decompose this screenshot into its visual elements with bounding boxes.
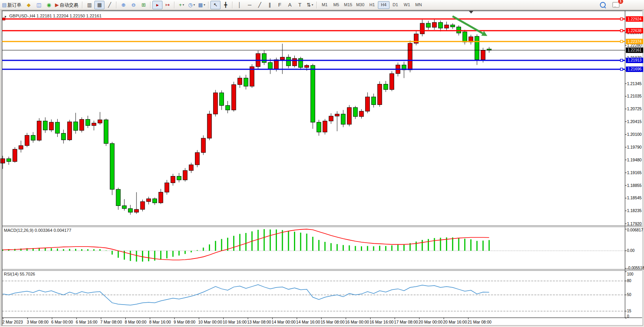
- date-label: 9 Mar 08:00: [174, 320, 195, 324]
- candle-body: [420, 23, 424, 34]
- periods-button[interactable]: ◷▾: [186, 1, 196, 9]
- candle-body: [61, 133, 66, 140]
- toolbar-right-group: 1: [598, 1, 621, 9]
- zoom-out-icon: ⊖: [132, 2, 136, 7]
- candle-body: [463, 32, 467, 42]
- price-line-label: 1.22161: [627, 48, 642, 52]
- date-label: 10 Mar 00:00: [198, 320, 222, 324]
- line-anchor-marker[interactable]: [620, 59, 623, 62]
- candle-body: [341, 114, 345, 124]
- date-label: 14 Mar 00:00: [272, 320, 296, 324]
- new-order-button[interactable]: ▤新订单: [1, 1, 24, 9]
- candle-body: [353, 108, 357, 116]
- candle-body: [195, 152, 200, 165]
- timeframe-mn-button[interactable]: MN: [413, 1, 424, 9]
- toolbar-separator: [150, 2, 151, 9]
- chevron-down-icon: ▾: [203, 3, 205, 7]
- chart-bars-button[interactable]: ▥: [84, 1, 94, 9]
- price-line-label: 1.21913: [627, 58, 642, 62]
- cursor-button[interactable]: ↖: [210, 1, 220, 9]
- text-button[interactable]: A: [285, 1, 295, 9]
- search-button[interactable]: [598, 1, 608, 9]
- date-label: 14 Mar 16:00: [296, 320, 320, 324]
- line-anchor-marker[interactable]: [620, 68, 623, 70]
- crosshair-button[interactable]: ╋: [220, 1, 231, 9]
- equidistant-channel-button[interactable]: ∥: [265, 1, 275, 9]
- timeframe-w1-button[interactable]: W1: [401, 1, 413, 9]
- notifications-button[interactable]: 1: [611, 1, 621, 9]
- line-anchor-marker[interactable]: [620, 29, 623, 32]
- price-tick-label: 1.20100: [627, 132, 642, 137]
- timeframe-m15-button[interactable]: M15: [342, 1, 354, 9]
- arrows-button[interactable]: ⇅▾: [305, 1, 315, 9]
- rsi-tick-label: 100: [627, 272, 634, 276]
- price-tick-label: 1.20725: [627, 106, 642, 111]
- quotes-icon-icon: ◆: [27, 2, 31, 7]
- auto-trading-button[interactable]: ▶自动交易: [54, 1, 80, 9]
- auto-trading-button-label: 自动交易: [60, 3, 78, 7]
- line-anchor-marker[interactable]: [620, 18, 623, 20]
- chart-shift-button[interactable]: ↦: [162, 1, 173, 9]
- templates-button[interactable]: ▩▾: [196, 1, 207, 9]
- chart-candles-button[interactable]: ▦: [94, 1, 104, 9]
- candle-body: [13, 149, 17, 162]
- candle-body: [359, 111, 364, 116]
- navigator-button[interactable]: ◫: [34, 1, 44, 9]
- signals-button[interactable]: ◉: [44, 1, 54, 9]
- candle-body: [214, 93, 218, 114]
- date-label: 8 Mar 16:00: [149, 320, 171, 324]
- horizontal-line-button[interactable]: ─: [244, 1, 255, 9]
- auto-scroll-button[interactable]: ▸: [152, 1, 162, 9]
- candle-body: [86, 119, 90, 125]
- line-anchor-marker[interactable]: [620, 40, 623, 43]
- timeframe-group: M1M5M15M30H1H4D1W1MN: [319, 1, 424, 9]
- timeframe-m1-button[interactable]: M1: [319, 1, 330, 9]
- candle-body: [432, 22, 437, 27]
- candle-body: [384, 84, 388, 90]
- trendline-button[interactable]: ╱: [255, 1, 265, 9]
- toolbar-separator: [208, 2, 209, 9]
- label-button[interactable]: T: [295, 1, 305, 9]
- indicators-button[interactable]: +▾: [176, 1, 186, 9]
- candle-body: [329, 116, 333, 121]
- timeframe-d1-button[interactable]: D1: [389, 1, 401, 9]
- candle-body: [43, 121, 48, 130]
- periods-icon: ◷: [188, 2, 193, 7]
- chart-line-button[interactable]: ╱: [104, 1, 114, 9]
- vertical-line-icon: │: [238, 2, 241, 7]
- candle-body: [128, 209, 133, 212]
- navigator-icon: ◫: [36, 2, 41, 7]
- rsi-tick-label: 50: [627, 293, 632, 297]
- price-line-label: 1.22638: [627, 29, 642, 33]
- chart-window: 0.0068170.00-0.005518 1008050150 1.22590…: [0, 10, 644, 327]
- rsi-tick-label: 15: [627, 309, 632, 313]
- date-label: 2 Mar 2023: [2, 320, 23, 324]
- candle-body: [317, 122, 321, 132]
- quotes-icon-button[interactable]: ◆: [24, 1, 34, 9]
- macd-tick-label: 0.006817: [627, 228, 643, 232]
- chevron-down-icon: ▾: [183, 3, 184, 7]
- symbol-collapse-arrow[interactable]: ▼: [4, 15, 7, 19]
- timeframe-h4-button[interactable]: H4: [378, 1, 389, 9]
- zoom-in-button[interactable]: ⊕: [118, 1, 128, 9]
- candle-body: [55, 122, 60, 134]
- tile-windows-button[interactable]: ⊞: [138, 1, 149, 9]
- price-tick-label: 1.21345: [627, 81, 642, 86]
- price-tick-label: 1.20415: [627, 119, 642, 124]
- timeframe-m30-button[interactable]: M30: [354, 1, 366, 9]
- date-label: 7 Mar 08:00: [100, 320, 122, 324]
- timeframe-h1-button[interactable]: H1: [366, 1, 378, 9]
- vertical-line-button[interactable]: │: [234, 1, 244, 9]
- chevron-down-icon: ▾: [193, 3, 195, 7]
- candle-body: [19, 146, 23, 149]
- price-tick-label: 1.19165: [627, 170, 642, 175]
- candle-body: [110, 144, 114, 189]
- fibonacci-button[interactable]: F: [275, 1, 285, 9]
- candle-body: [80, 119, 84, 130]
- equidistant-channel-icon: ∥: [268, 2, 271, 7]
- date-label: 16 Mar 00:00: [345, 320, 369, 324]
- price-line-label: 1.21696: [627, 67, 642, 71]
- candle-body: [165, 183, 169, 192]
- timeframe-m5-button[interactable]: M5: [330, 1, 342, 9]
- zoom-out-button[interactable]: ⊖: [128, 1, 138, 9]
